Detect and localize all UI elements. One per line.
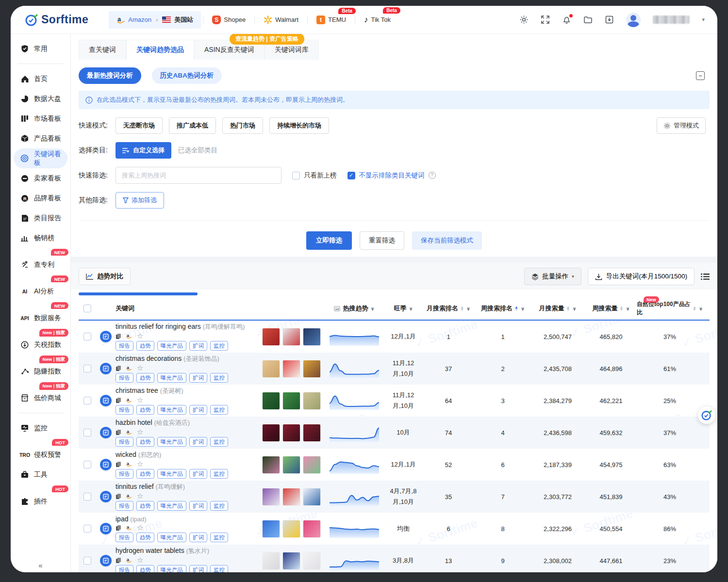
quick-mode-chip-0[interactable]: 无垄断市场 bbox=[116, 117, 163, 134]
keyword-text[interactable]: christmas decorations bbox=[116, 355, 182, 362]
marketplace-shopee[interactable]: S Shopee bbox=[205, 11, 252, 29]
product-image[interactable] bbox=[282, 456, 300, 474]
product-image[interactable] bbox=[262, 456, 280, 474]
sort-carets-icon-active[interactable]: ▲▼ bbox=[514, 306, 518, 311]
filter-chevron-icon[interactable]: ∨ bbox=[466, 306, 470, 311]
row-checkbox[interactable] bbox=[83, 461, 91, 469]
row-action-2[interactable]: 曝光产品 bbox=[157, 405, 186, 415]
sidebar-item-seller[interactable]: 卖家看板 bbox=[11, 168, 70, 188]
quick-mode-chip-1[interactable]: 推广成本低 bbox=[169, 117, 216, 134]
amazon-link-icon[interactable]: a bbox=[126, 524, 132, 531]
product-image[interactable] bbox=[303, 488, 321, 506]
product-image[interactable] bbox=[282, 520, 300, 538]
amazon-link-icon[interactable]: a bbox=[126, 493, 132, 500]
keyword-text[interactable]: tinnitus relief bbox=[116, 483, 154, 490]
row-action-0[interactable]: 报告 bbox=[116, 437, 133, 447]
sidebar-collapse-button[interactable]: « bbox=[11, 561, 70, 569]
sidebar-item-api[interactable]: NEWAPI数据服务 bbox=[11, 308, 70, 328]
save-filter-mode-button[interactable]: 保存当前筛选模式 bbox=[412, 231, 482, 250]
product-image[interactable] bbox=[303, 520, 321, 538]
product-thumbnails[interactable] bbox=[262, 392, 321, 410]
marketplace-amazon[interactable]: a Amazon › 美国站 bbox=[109, 11, 201, 29]
copy-icon[interactable] bbox=[116, 557, 121, 564]
product-thumbnails[interactable] bbox=[262, 488, 321, 506]
sort-carets-icon[interactable]: ▲▼ bbox=[566, 306, 570, 311]
sidebar-item-product[interactable]: 产品看板 bbox=[11, 129, 70, 148]
amazon-link-icon[interactable]: a bbox=[126, 429, 132, 436]
trend-sparkline[interactable] bbox=[323, 518, 385, 539]
row-action-1[interactable]: 趋势 bbox=[136, 469, 154, 479]
row-action-1[interactable]: 趋势 bbox=[136, 405, 154, 415]
keyword-search-input[interactable] bbox=[116, 167, 281, 184]
sidebar-item-tools[interactable]: 工具 bbox=[11, 465, 70, 485]
new-only-checkbox[interactable]: 只看新上榜 bbox=[292, 171, 337, 180]
favorite-star-icon[interactable]: ☆ bbox=[137, 557, 143, 563]
keyword-text[interactable]: christmas tree bbox=[116, 387, 158, 394]
product-image[interactable] bbox=[262, 552, 280, 570]
row-action-4[interactable]: 监控 bbox=[210, 341, 228, 351]
quick-mode-chip-3[interactable]: 持续增长的市场 bbox=[269, 117, 329, 134]
quick-mode-chip-2[interactable]: 热门市场 bbox=[222, 117, 263, 134]
sort-carets-icon[interactable]: ▲▼ bbox=[619, 306, 623, 311]
sidebar-item-market[interactable]: 市场看板 bbox=[11, 109, 70, 129]
row-action-2[interactable]: 曝光产品 bbox=[157, 501, 186, 511]
copy-icon[interactable] bbox=[116, 493, 121, 500]
trend-sparkline[interactable] bbox=[323, 390, 385, 411]
row-action-4[interactable]: 监控 bbox=[210, 565, 228, 572]
image-toggle-icon[interactable] bbox=[334, 306, 340, 311]
product-image[interactable] bbox=[282, 424, 300, 442]
trend-compare-button[interactable]: 趋势对比 bbox=[79, 268, 131, 285]
analysis-mode-pill-1[interactable]: 历史ABA热词分析 bbox=[152, 67, 222, 84]
row-action-0[interactable]: 报告 bbox=[116, 501, 133, 511]
row-action-0[interactable]: 报告 bbox=[116, 469, 133, 479]
favorite-star-icon[interactable]: ☆ bbox=[137, 493, 143, 499]
keyword-insight-icon[interactable] bbox=[100, 427, 112, 438]
row-action-3[interactable]: 扩词 bbox=[189, 437, 207, 447]
product-image[interactable] bbox=[262, 424, 280, 442]
trend-sparkline[interactable] bbox=[323, 422, 385, 443]
tab-1[interactable]: 关键词趋势选品 bbox=[126, 40, 194, 60]
row-action-3[interactable]: 扩词 bbox=[189, 501, 207, 511]
amazon-link-icon[interactable]: a bbox=[126, 397, 132, 404]
settings-gear-icon[interactable] bbox=[519, 15, 529, 24]
user-menu-chevron-icon[interactable]: ▾ bbox=[702, 16, 705, 23]
product-image[interactable] bbox=[262, 520, 280, 538]
row-action-3[interactable]: 扩词 bbox=[189, 565, 207, 572]
filter-chevron-icon[interactable]: ∨ bbox=[572, 306, 576, 311]
row-action-3[interactable]: 扩词 bbox=[189, 533, 207, 542]
marketplace-tiktok[interactable]: ♪ Tik Tok Beta bbox=[357, 11, 397, 29]
header-keyword[interactable]: 关键词 bbox=[116, 304, 259, 313]
favorite-star-icon[interactable]: ☆ bbox=[137, 333, 143, 339]
row-action-2[interactable]: 曝光产品 bbox=[157, 533, 186, 542]
product-image[interactable] bbox=[303, 456, 321, 474]
header-season[interactable]: 旺季 ∨ bbox=[385, 304, 421, 313]
sidebar-item-plugin[interactable]: HOT插件 bbox=[11, 491, 70, 511]
sidebar-item-brand[interactable]: R品牌看板 bbox=[11, 188, 70, 208]
add-filter-button[interactable]: 添加筛选 bbox=[116, 192, 164, 209]
row-action-4[interactable]: 监控 bbox=[210, 501, 228, 511]
row-action-1[interactable]: 趋势 bbox=[136, 437, 154, 447]
custom-category-button[interactable]: 自定义选择 bbox=[116, 142, 171, 159]
amazon-link-icon[interactable]: a bbox=[126, 461, 132, 468]
row-checkbox[interactable] bbox=[83, 493, 91, 501]
scrollbar-thumb[interactable] bbox=[79, 292, 198, 295]
sidebar-item-profit[interactable]: New | 独家隐赚指数 bbox=[11, 361, 70, 381]
copy-icon[interactable] bbox=[116, 461, 121, 468]
sidebar-item-mall[interactable]: New | 独家低价商城 bbox=[11, 388, 70, 408]
product-image[interactable] bbox=[282, 392, 300, 410]
sidebar-item-report[interactable]: 类目报告 bbox=[11, 208, 70, 228]
product-image[interactable] bbox=[262, 328, 280, 346]
favorite-star-icon[interactable]: ☆ bbox=[137, 461, 143, 467]
filter-chevron-icon[interactable]: ∨ bbox=[699, 306, 703, 311]
row-action-2[interactable]: 曝光产品 bbox=[157, 437, 186, 447]
favorite-star-icon[interactable]: ☆ bbox=[137, 365, 143, 371]
row-checkbox[interactable] bbox=[83, 397, 91, 404]
row-action-0[interactable]: 报告 bbox=[116, 533, 133, 542]
sorftime-assistant-button[interactable] bbox=[698, 406, 715, 424]
list-view-icon[interactable] bbox=[701, 273, 710, 280]
product-thumbnails[interactable] bbox=[262, 360, 321, 378]
sidebar-item-tariff[interactable]: New | 独家关税指数 bbox=[11, 335, 70, 355]
tab-0[interactable]: 查关键词 bbox=[79, 40, 126, 60]
row-action-0[interactable]: 报告 bbox=[116, 341, 133, 351]
sidebar-item-rank[interactable]: 畅销榜 bbox=[11, 228, 70, 248]
